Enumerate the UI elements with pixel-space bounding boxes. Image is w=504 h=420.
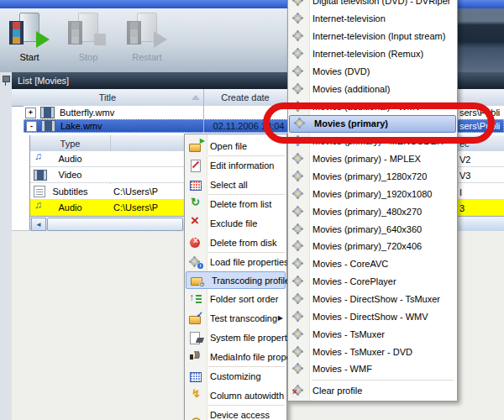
collapse-icon[interactable]: -	[26, 121, 37, 132]
gear-icon	[291, 29, 307, 43]
submenu-item-profile[interactable]: Movies - CorePlayer	[288, 273, 457, 291]
gear-icon	[291, 239, 307, 253]
gear-icon	[291, 134, 307, 148]
submenu-item-clear-profile[interactable]: Clear profile	[288, 382, 457, 400]
submenu-item-profile[interactable]: Movies - CoreAVC	[288, 255, 457, 273]
submenu-item-profile[interactable]: Internet-television	[288, 10, 457, 28]
menu-item-select-all[interactable]: Select all	[185, 175, 286, 194]
context-menu: Open file Edit information Select all De…	[184, 134, 287, 420]
gear-icon	[291, 170, 307, 183]
codec-header-fragment: ec	[459, 139, 470, 149]
right-dock-panel	[455, 8, 504, 72]
gear-clear-icon	[291, 384, 307, 397]
speaker-icon	[188, 350, 203, 364]
gear-info-icon	[188, 255, 203, 269]
start-label: Start	[19, 52, 39, 62]
menu-item-open-file[interactable]: Open file	[185, 136, 286, 155]
submenu-item-profile[interactable]: Movies (DVD)	[288, 62, 457, 80]
highlighted-row-fragment	[458, 200, 504, 216]
restart-button[interactable]: Restart	[121, 12, 173, 69]
menu-item-system-file-properties[interactable]: System file properties	[185, 328, 286, 347]
expand-icon[interactable]: +	[25, 108, 36, 118]
submenu-item-profile[interactable]: Movies - DirectShow - TsMuxer	[288, 291, 457, 308]
submenu-item-profile[interactable]: Movies - DirectShow - WMV	[288, 307, 457, 325]
pin-icon[interactable]	[3, 76, 8, 86]
restart-label: Restart	[132, 52, 161, 62]
submenu-item-profile[interactable]: Movies - TsMuxer	[288, 325, 457, 343]
edit-icon	[188, 159, 203, 172]
video-file-icon	[41, 120, 55, 132]
menu-item-exclude-file[interactable]: Exclude file	[185, 213, 286, 233]
collapsed-dock-strip	[0, 72, 13, 420]
submenu-item-profile[interactable]: Movies (primary)_640x360	[288, 220, 457, 238]
gear-icon	[291, 187, 307, 201]
submenu-item-profile[interactable]: Internet-television (Input stream)	[288, 28, 457, 45]
submenu-item-profile[interactable]: Movies (primary) - MPLEX	[288, 150, 457, 168]
menu-item-column-autowidth[interactable]: Column autowidth	[185, 386, 286, 405]
menu-item-transcoding-profile[interactable]: Transcoding profile ▶	[186, 271, 286, 289]
submenu-item-movies-primary-selected[interactable]: Movies (primary)	[289, 115, 456, 133]
submenu-item-profile[interactable]: Movies (primary) - MENCODER	[288, 133, 457, 150]
application-window: Start Stop Restart List [Movies] Title C…	[0, 0, 504, 420]
menu-item-load-file-properties[interactable]: Load file properties	[185, 252, 286, 271]
codec-fragment: V3	[459, 171, 470, 181]
delete-disk-icon	[188, 236, 203, 249]
menu-item-test-transcoding[interactable]: Test transcoding ▶	[185, 308, 286, 328]
gear-icon	[291, 65, 307, 78]
submenu-item-profile[interactable]: Movies (primary)_1280x720	[288, 168, 457, 186]
submenu-item-profile[interactable]: Movies (primary)_480x270	[288, 202, 457, 220]
column-header-create-date[interactable]: Create date	[193, 89, 297, 106]
grid-blue-icon	[188, 370, 203, 383]
submenu-item-profile[interactable]: Movies - TsMuxer - DVD	[288, 343, 457, 360]
submenu-item-profile[interactable]: Digital television (DVD) - DVRiper	[288, 0, 457, 10]
codec-fragment: 3	[459, 203, 465, 213]
stop-button[interactable]: Stop	[62, 12, 114, 69]
menu-item-mediainfo-file-properties[interactable]: MediaInfo file properties	[185, 347, 286, 366]
gear-icon	[291, 152, 307, 165]
codec-fragment: V2	[459, 155, 470, 165]
file-title: Lake.wmv	[60, 121, 102, 131]
profile-folder-icon	[190, 274, 205, 287]
menu-item-customizing[interactable]: Customizing	[185, 366, 286, 386]
system-page-icon	[188, 331, 203, 344]
transcoding-profile-submenu: Digital television (DVD) - DVRiper Inter…	[287, 0, 458, 402]
sort-icon	[188, 292, 203, 306]
gear-icon	[293, 117, 308, 130]
gear-icon	[291, 205, 307, 218]
start-button[interactable]: Start	[3, 12, 55, 69]
gear-icon	[291, 275, 307, 288]
gear-icon	[291, 47, 307, 60]
menu-item-edit-information[interactable]: Edit information	[185, 155, 286, 175]
column-header-type[interactable]: Type	[30, 135, 110, 151]
column-header-title[interactable]: Title	[24, 89, 192, 106]
submenu-item-profile[interactable]: Movies (additional) - WMV	[288, 97, 457, 115]
menu-item-delete-from-disk[interactable]: Delete from disk	[185, 233, 286, 252]
menu-item-device-access[interactable]: Device access	[185, 405, 286, 420]
gear-icon	[291, 310, 307, 323]
gear-icon	[291, 345, 307, 359]
file-title: Butterfly.wmv	[60, 108, 114, 118]
scrollbar-thumb[interactable]	[47, 218, 183, 231]
menu-item-folder-sort-order[interactable]: Folder sort order	[185, 289, 286, 308]
open-folder-icon	[188, 139, 203, 153]
submenu-item-profile[interactable]: Movies (primary)_1920x1080	[288, 185, 457, 202]
video-file-icon	[40, 107, 55, 118]
submenu-arrow-icon: ▶	[278, 314, 286, 322]
grid-select-icon	[188, 178, 203, 192]
gear-icon	[291, 82, 307, 96]
stop-label: Stop	[79, 52, 98, 62]
scroll-left-icon[interactable]: ◄	[31, 218, 46, 231]
submenu-item-profile[interactable]: Movies (primary)_720x406	[288, 238, 457, 255]
submenu-item-profile[interactable]: Movies (additional)	[288, 80, 457, 97]
menu-item-delete-from-list[interactable]: Delete from list	[185, 194, 286, 213]
red-cross-icon	[188, 217, 203, 230]
recycle-icon	[188, 197, 203, 211]
gear-icon	[291, 292, 307, 306]
submenu-item-profile[interactable]: Internet-television (Remux)	[288, 45, 457, 63]
gear-icon	[291, 223, 307, 236]
gear-icon	[291, 328, 307, 341]
gear-icon	[291, 362, 307, 375]
start-icon	[8, 12, 50, 50]
gear-icon	[291, 0, 307, 8]
submenu-item-profile[interactable]: Movies - WMF	[288, 360, 457, 378]
